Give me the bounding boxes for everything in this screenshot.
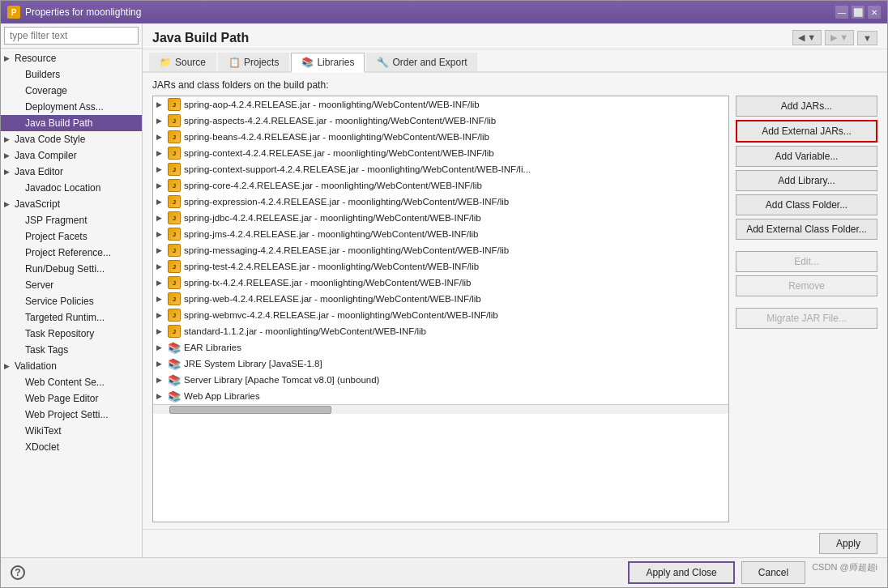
title-bar-left: P Properties for moonlighting <box>7 6 141 19</box>
expand-icon: ▶ <box>4 168 10 176</box>
list-item[interactable]: ▶Jspring-web-4.2.4.RELEASE.jar - moonlig… <box>153 291 728 307</box>
apply-and-close-button[interactable]: Apply and Close <box>628 561 734 584</box>
list-item[interactable]: ▶📚Web App Libraries <box>153 388 728 404</box>
expand-icon: ▶ <box>4 135 10 143</box>
sidebar-item-resource[interactable]: ▶Resource <box>1 50 142 66</box>
add-variable-button[interactable]: Add Variable... <box>736 146 877 167</box>
sidebar-item-javascript[interactable]: ▶JavaScript <box>1 196 142 212</box>
jar-icon: J <box>168 292 181 305</box>
expand-icon: ▶ <box>156 165 164 173</box>
sidebar-item-task-repository[interactable]: Task Repository <box>1 326 142 342</box>
jar-icon: J <box>168 195 181 208</box>
library-icon: 📚 <box>168 390 181 403</box>
nav-menu-button[interactable]: ▼ <box>857 31 877 45</box>
list-item[interactable]: ▶📚JRE System Library [JavaSE-1.8] <box>153 356 728 372</box>
sidebar-item-java-compiler[interactable]: ▶Java Compiler <box>1 147 142 164</box>
title-controls: — ⬜ ✕ <box>835 6 881 19</box>
list-item[interactable]: ▶Jspring-jms-4.2.4.RELEASE.jar - moonlig… <box>153 226 728 242</box>
expand-icon: ▶ <box>156 392 164 400</box>
jar-name: spring-messaging-4.2.4.RELEASE.jar - moo… <box>184 245 509 255</box>
jar-list[interactable]: ▶Jspring-aop-4.2.4.RELEASE.jar - moonlig… <box>152 96 729 522</box>
sidebar-item-validation[interactable]: ▶Validation <box>1 358 142 374</box>
nav-back-button[interactable]: ◀ ▼ <box>792 30 822 45</box>
sidebar-item-targeted-runtimes[interactable]: Targeted Runtim... <box>1 309 142 326</box>
sidebar-item-wikitext[interactable]: WikiText <box>1 423 142 439</box>
sidebar-item-label: Task Tags <box>25 344 68 356</box>
edit-button[interactable]: Edit... <box>736 251 877 272</box>
sidebar-item-label: Task Repository <box>25 328 94 339</box>
library-icon: 📚 <box>168 341 181 354</box>
filter-input[interactable] <box>4 27 139 45</box>
sidebar-item-web-content-settings[interactable]: Web Content Se... <box>1 374 142 390</box>
list-item[interactable]: ▶Jspring-tx-4.2.4.RELEASE.jar - moonligh… <box>153 275 728 291</box>
sidebar-item-jsp-fragment[interactable]: JSP Fragment <box>1 212 142 228</box>
close-button[interactable]: ✕ <box>868 6 881 19</box>
list-item[interactable]: ▶Jspring-webmvc-4.2.4.RELEASE.jar - moon… <box>153 307 728 323</box>
tab-order-export[interactable]: 🔧Order and Export <box>366 53 477 71</box>
maximize-button[interactable]: ⬜ <box>852 6 865 19</box>
sidebar-item-label: Resource <box>15 53 56 64</box>
footer-bar: ? Apply and Close Cancel CSDN @师超超i <box>1 557 887 587</box>
tab-libraries[interactable]: 📚Libraries <box>291 53 365 73</box>
sidebar-item-xdoclet[interactable]: XDoclet <box>1 439 142 455</box>
list-item[interactable]: ▶Jspring-context-4.2.4.RELEASE.jar - moo… <box>153 145 728 161</box>
add-external-class-folder-button[interactable]: Add External Class Folder... <box>736 219 877 240</box>
list-item[interactable]: ▶Jspring-test-4.2.4.RELEASE.jar - moonli… <box>153 258 728 275</box>
jar-name: spring-context-support-4.2.4.RELEASE.jar… <box>184 164 531 174</box>
sidebar-item-task-tags[interactable]: Task Tags <box>1 342 142 358</box>
sidebar-item-java-code-style[interactable]: ▶Java Code Style <box>1 131 142 147</box>
jar-name: spring-web-4.2.4.RELEASE.jar - moonlight… <box>184 294 481 304</box>
cancel-button[interactable]: Cancel <box>741 561 805 584</box>
sidebar-item-run-debug-settings[interactable]: Run/Debug Setti... <box>1 261 142 277</box>
sidebar-item-builders[interactable]: Builders <box>1 66 142 83</box>
migrate-jar-button[interactable]: Migrate JAR File... <box>736 308 877 329</box>
sidebar-item-server[interactable]: Server <box>1 277 142 293</box>
list-item[interactable]: ▶Jspring-context-support-4.2.4.RELEASE.j… <box>153 161 728 177</box>
add-external-jars-button[interactable]: Add External JARs... <box>736 120 877 143</box>
sidebar-item-label: Deployment Ass... <box>25 101 104 113</box>
help-icon[interactable]: ? <box>11 565 25 580</box>
expand-icon: ▶ <box>156 376 164 384</box>
expand-icon: ▶ <box>4 54 10 62</box>
add-library-button[interactable]: Add Library... <box>736 170 877 191</box>
libraries-tab-icon: 📚 <box>301 57 314 68</box>
sidebar-item-label: Java Compiler <box>15 150 77 161</box>
remove-button[interactable]: Remove <box>736 275 877 296</box>
list-item[interactable]: ▶Jspring-core-4.2.4.RELEASE.jar - moonli… <box>153 177 728 194</box>
list-item[interactable]: ▶Jstandard-1.1.2.jar - moonlighting/WebC… <box>153 323 728 339</box>
sidebar-item-deployment[interactable]: Deployment Ass... <box>1 99 142 115</box>
sidebar-item-service-policies[interactable]: Service Policies <box>1 293 142 309</box>
list-item[interactable]: ▶Jspring-expression-4.2.4.RELEASE.jar - … <box>153 194 728 210</box>
add-class-folder-button[interactable]: Add Class Folder... <box>736 194 877 215</box>
sidebar-item-coverage[interactable]: Coverage <box>1 83 142 99</box>
sidebar-item-web-page-editor[interactable]: Web Page Editor <box>1 390 142 407</box>
jar-icon: J <box>168 211 181 224</box>
tab-projects[interactable]: 📋Projects <box>218 53 289 71</box>
sidebar-item-javadoc-location[interactable]: Javadoc Location <box>1 180 142 196</box>
list-item[interactable]: ▶Jspring-aspects-4.2.4.RELEASE.jar - moo… <box>153 113 728 129</box>
sidebar-item-label: Builders <box>25 69 60 80</box>
list-item[interactable]: ▶📚Server Library [Apache Tomcat v8.0] (u… <box>153 372 728 388</box>
list-item[interactable]: ▶Jspring-beans-4.2.4.RELEASE.jar - moonl… <box>153 129 728 145</box>
jar-icon: J <box>168 309 181 322</box>
list-item[interactable]: ▶📚EAR Libraries <box>153 339 728 356</box>
expand-icon: ▶ <box>156 279 164 287</box>
minimize-button[interactable]: — <box>835 6 848 19</box>
nav-forward-button[interactable]: ▶ ▼ <box>825 30 854 45</box>
sidebar-item-java-build-path[interactable]: Java Build Path <box>1 115 142 131</box>
sidebar-item-web-project-settings[interactable]: Web Project Setti... <box>1 407 142 423</box>
sidebar-item-label: Run/Debug Setti... <box>25 263 105 275</box>
filter-box <box>1 23 142 49</box>
tab-source[interactable]: 📁Source <box>149 53 216 71</box>
expand-icon: ▶ <box>156 360 164 368</box>
sidebar-item-java-editor[interactable]: ▶Java Editor <box>1 164 142 180</box>
sidebar-item-project-references[interactable]: Project Reference... <box>1 245 142 261</box>
list-item[interactable]: ▶Jspring-jdbc-4.2.4.RELEASE.jar - moonli… <box>153 210 728 226</box>
add-jars-button[interactable]: Add JARs... <box>736 96 877 117</box>
sidebar-item-project-facets[interactable]: Project Facets <box>1 228 142 245</box>
list-item[interactable]: ▶Jspring-aop-4.2.4.RELEASE.jar - moonlig… <box>153 96 728 113</box>
apply-button[interactable]: Apply <box>819 533 877 554</box>
sidebar-item-label: JSP Fragment <box>25 215 87 226</box>
list-item[interactable]: ▶Jspring-messaging-4.2.4.RELEASE.jar - m… <box>153 242 728 258</box>
horizontal-scrollbar[interactable] <box>153 404 728 414</box>
